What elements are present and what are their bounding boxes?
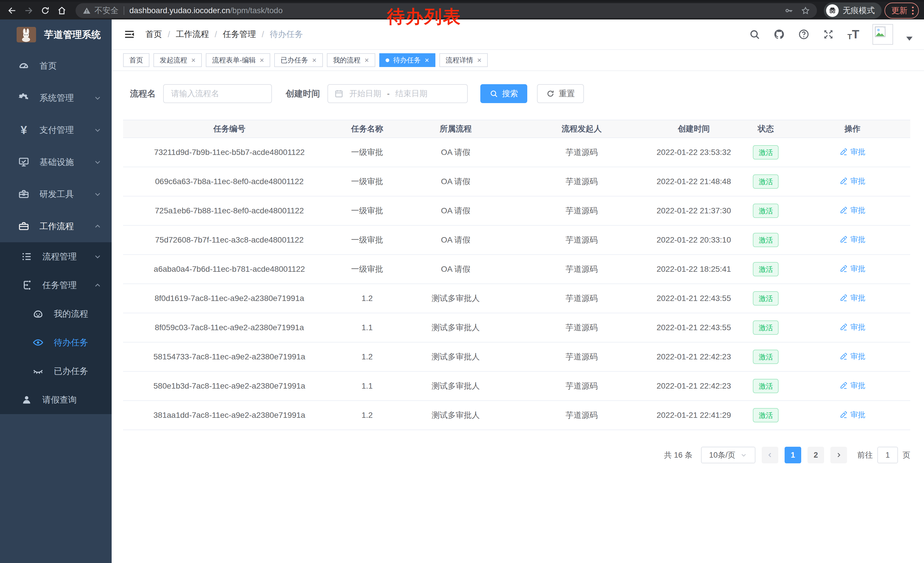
sidebar-item-top-2[interactable]: ¥支付管理 xyxy=(0,114,112,146)
sidebar: 芋道管理系统 首页系统管理¥支付管理基础设施研发工具工作流程 流程管理任务管理我… xyxy=(0,20,112,563)
task-name-cell: 一级审批 xyxy=(336,255,399,284)
sidebar-item-sub-3[interactable]: 待办任务 xyxy=(0,328,112,357)
tab-3[interactable]: 已办任务× xyxy=(274,53,322,67)
goto-page-input[interactable]: 1 xyxy=(878,447,898,463)
sidebar-item-sub-2[interactable]: 我的流程 xyxy=(0,300,112,328)
task-name-cell: 一级审批 xyxy=(336,138,399,167)
dashboard-icon xyxy=(18,60,30,72)
breadcrumb-item[interactable]: 工作流程 xyxy=(176,29,209,40)
tab-close-icon[interactable]: × xyxy=(477,56,482,64)
sidebar-item-label: 我的流程 xyxy=(54,308,88,320)
approve-link[interactable]: 审批 xyxy=(840,176,866,186)
bookmark-star-icon[interactable] xyxy=(801,6,810,15)
search-button[interactable]: 搜索 xyxy=(480,84,527,103)
home-icon[interactable] xyxy=(55,4,69,18)
breadcrumb-item[interactable]: 任务管理 xyxy=(223,29,256,40)
tab-6[interactable]: 流程详情× xyxy=(440,53,488,67)
approve-label: 审批 xyxy=(850,322,866,332)
sidebar-item-sub-5[interactable]: 请假查询 xyxy=(0,386,112,414)
created-cell: 2022-01-22 23:53:32 xyxy=(651,138,737,167)
page-header: 首页/工作流程/任务管理/待办任务 TT xyxy=(112,20,924,49)
approve-link[interactable]: 审批 xyxy=(840,293,866,303)
status-badge: 激活 xyxy=(753,233,778,247)
status-badge: 激活 xyxy=(753,350,778,364)
process-cell: OA 请假 xyxy=(399,255,513,284)
approve-label: 审批 xyxy=(850,234,866,245)
created-cell: 2022-01-21 22:42:23 xyxy=(651,342,737,371)
help-icon[interactable] xyxy=(798,29,810,40)
page-button-2[interactable]: 2 xyxy=(807,447,824,463)
date-range-input[interactable]: 开始日期 - 结束日期 xyxy=(327,84,468,103)
process-name-input[interactable]: 请输入流程名 xyxy=(163,84,272,103)
tab-close-icon[interactable]: × xyxy=(191,56,195,64)
status-badge: 激活 xyxy=(753,204,778,218)
chevron-down-icon xyxy=(93,190,102,198)
approve-link[interactable]: 审批 xyxy=(840,205,866,215)
sidebar-item-sub-0[interactable]: 流程管理 xyxy=(0,242,112,271)
content: 流程名 请输入流程名 创建时间 开始日期 - 结束日期 搜索 xyxy=(112,71,924,563)
approve-link[interactable]: 审批 xyxy=(840,234,866,245)
action-cell: 审批 xyxy=(795,401,910,430)
column-header: 所属流程 xyxy=(399,120,513,138)
approve-link[interactable]: 审批 xyxy=(840,381,866,390)
page-button-1[interactable]: 1 xyxy=(784,447,801,463)
sidebar-item-top-3[interactable]: 基础设施 xyxy=(0,146,112,178)
status-badge: 激活 xyxy=(753,145,778,159)
sidebar-menu: 首页系统管理¥支付管理基础设施研发工具工作流程 xyxy=(0,50,112,242)
approve-link[interactable]: 审批 xyxy=(840,351,866,362)
active-tab-dot xyxy=(386,59,389,62)
tab-close-icon[interactable]: × xyxy=(260,56,264,64)
sidebar-item-sub-4[interactable]: 已办任务 xyxy=(0,357,112,386)
approve-link[interactable]: 审批 xyxy=(840,410,866,420)
search-icon[interactable] xyxy=(749,29,760,40)
fullscreen-icon[interactable] xyxy=(823,29,834,40)
sidebar-item-label: 系统管理 xyxy=(39,92,74,104)
sidebar-item-top-0[interactable]: 首页 xyxy=(0,50,112,82)
browser-menu-icon[interactable] xyxy=(912,7,914,15)
tab-close-icon[interactable]: × xyxy=(312,56,316,64)
approve-link[interactable]: 审批 xyxy=(840,147,866,157)
breadcrumb-item[interactable]: 首页 xyxy=(146,29,162,40)
avatar-caret-icon[interactable] xyxy=(906,37,912,41)
approve-link[interactable]: 审批 xyxy=(840,322,866,332)
tab-1[interactable]: 发起流程× xyxy=(153,53,202,67)
reset-button[interactable]: 重置 xyxy=(537,84,584,103)
url-host: dashboard.yudao.iocoder.cn xyxy=(129,6,230,15)
page-size-select[interactable]: 10条/页 xyxy=(701,447,755,463)
back-icon[interactable] xyxy=(5,4,19,18)
sidebar-fold-icon[interactable] xyxy=(123,28,136,41)
password-key-icon[interactable] xyxy=(784,6,794,15)
sidebar-item-top-4[interactable]: 研发工具 xyxy=(0,178,112,210)
task-id-cell: 75d72608-7b7f-11ec-a3c8-acde48001122 xyxy=(123,225,336,255)
sidebar-item-sub-1[interactable]: 任务管理 xyxy=(0,271,112,300)
browser-update-button[interactable]: 更新 xyxy=(885,3,919,19)
chevron-up-icon xyxy=(93,281,102,290)
sidebar-item-top-5[interactable]: 工作流程 xyxy=(0,210,112,242)
approve-label: 审批 xyxy=(850,293,866,303)
reload-icon[interactable] xyxy=(38,4,52,18)
created-cell: 2022-01-21 22:43:55 xyxy=(651,313,737,342)
approve-link[interactable]: 审批 xyxy=(840,264,866,274)
sidebar-item-label: 已办任务 xyxy=(54,365,88,377)
tab-4[interactable]: 我的流程× xyxy=(327,53,375,67)
tab-5[interactable]: 待办任务× xyxy=(379,53,435,67)
avatar[interactable] xyxy=(873,24,893,45)
task-table: 任务编号任务名称所属流程流程发起人创建时间状态操作 73211d9d-7b9b-… xyxy=(123,120,910,430)
status-cell: 激活 xyxy=(737,167,795,196)
github-icon[interactable] xyxy=(773,29,785,40)
next-page-button[interactable] xyxy=(830,447,847,463)
tab-label: 我的流程 xyxy=(333,56,361,65)
pencil-icon xyxy=(840,294,848,302)
tab-close-icon[interactable]: × xyxy=(425,56,429,64)
tab-2[interactable]: 流程表单-编辑× xyxy=(206,53,270,67)
font-size-icon[interactable]: TT xyxy=(847,29,859,41)
breadcrumb-separator: / xyxy=(168,30,170,39)
task-id-cell: 73211d9d-7b9b-11ec-b5b7-acde48001122 xyxy=(123,138,336,167)
sidebar-item-top-1[interactable]: 系统管理 xyxy=(0,82,112,114)
tab-close-icon[interactable]: × xyxy=(364,56,369,64)
forward-icon[interactable] xyxy=(22,4,36,18)
app-title: 芋道管理系统 xyxy=(44,29,101,41)
tab-0[interactable]: 首页 xyxy=(123,53,149,67)
prev-page-button[interactable] xyxy=(762,447,778,463)
process-cell: 测试多审批人 xyxy=(399,401,513,430)
